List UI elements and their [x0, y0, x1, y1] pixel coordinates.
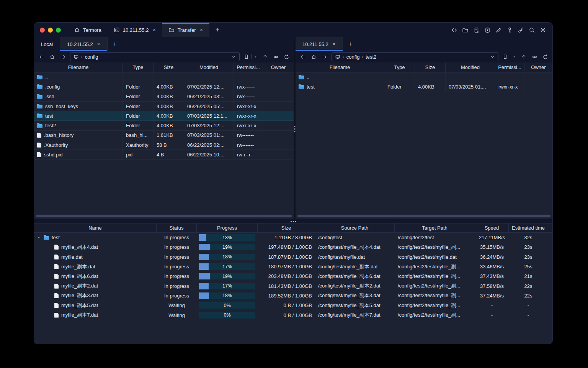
pencil-button[interactable] — [495, 26, 502, 33]
column-header[interactable]: Target Path — [395, 223, 475, 232]
column-header[interactable]: Source Path — [315, 223, 395, 232]
transfer-row[interactable]: myfile.datIn progress18%187.87MB / 1.00G… — [34, 252, 552, 262]
table-row[interactable]: .. — [34, 72, 294, 82]
column-header[interactable]: Type — [123, 62, 154, 72]
table-row[interactable]: .configFolder4.00KB07/02/2025 12:...rwx-… — [34, 82, 294, 92]
size-cell: 189.52MB / 1.00GB — [258, 291, 315, 301]
status-cell: In progress — [157, 252, 197, 262]
close-tab-icon[interactable]: ✕ — [332, 42, 336, 47]
column-header[interactable]: Size — [415, 62, 446, 72]
gear-button[interactable] — [539, 26, 546, 33]
eye-button[interactable] — [272, 53, 279, 60]
keychain-button[interactable] — [517, 26, 524, 33]
column-header[interactable]: Estimated time — [509, 223, 548, 232]
column-header[interactable]: Filename — [296, 62, 384, 72]
arrow-right-button[interactable] — [321, 53, 328, 60]
breadcrumb-segment[interactable]: test2 — [366, 54, 376, 60]
new-panel-tab-button[interactable]: + — [108, 37, 122, 51]
column-header[interactable]: Owner — [263, 62, 294, 72]
column-header[interactable]: Filename — [34, 62, 123, 72]
column-header[interactable]: Status — [157, 223, 197, 232]
arrow-right-button[interactable] — [59, 53, 66, 60]
column-header[interactable]: Permissi... — [495, 62, 524, 72]
transfer-row[interactable]: myfile_副本2.datIn progress17%181.43MB / 1… — [34, 281, 552, 291]
type-cell — [123, 72, 154, 82]
folder-button[interactable] — [462, 26, 469, 33]
panel-tab-local[interactable]: Local — [34, 37, 60, 51]
transfer-name: myfile_副本.dat — [61, 263, 95, 270]
key-button[interactable] — [506, 26, 513, 33]
table-row[interactable]: test2Folder4.00KB07/03/2025 12:...rwxr-x… — [34, 121, 294, 130]
table-row[interactable]: .. — [296, 72, 552, 82]
horizontal-splitter[interactable] — [34, 219, 552, 223]
path-field-right[interactable]: ›config›test2 — [332, 52, 498, 61]
minimize-window-button[interactable] — [48, 28, 53, 33]
column-header[interactable]: Size — [258, 223, 315, 232]
home-button[interactable] — [310, 53, 317, 60]
close-tab-icon[interactable]: ✕ — [200, 28, 203, 33]
log-button[interactable] — [473, 26, 480, 33]
titlebar-tab-transfer[interactable]: Transfer✕ — [162, 23, 209, 37]
column-header[interactable]: Speed — [475, 223, 509, 232]
refresh-button[interactable] — [542, 53, 549, 60]
close-tab-icon[interactable]: ✕ — [152, 28, 156, 33]
close-window-button[interactable] — [40, 28, 45, 33]
panel-tab-10-211-55-2[interactable]: 10.211.55.2✕ — [60, 37, 108, 51]
bookmark-icon[interactable] — [243, 54, 249, 60]
zoom-window-button[interactable] — [56, 28, 61, 33]
refresh-button[interactable] — [283, 53, 290, 60]
table-row[interactable]: .XauthorityXauthority58 B06/22/2025 02:.… — [34, 140, 294, 150]
search-button[interactable] — [528, 26, 535, 33]
table-row[interactable]: testFolder4.00KB07/03/2025 01:...rwxr-xr… — [296, 82, 552, 92]
home-button[interactable] — [49, 53, 56, 60]
close-tab-icon[interactable]: ✕ — [97, 42, 100, 47]
transfer-row[interactable]: testIn progress13%1.11GB / 8.00GB/config… — [34, 233, 552, 242]
column-header[interactable]: Size — [154, 62, 184, 72]
column-header[interactable]: Progress — [197, 223, 258, 232]
source-path-cell: /config/test/myfile_副本5.dat — [315, 301, 395, 310]
breadcrumb-segment[interactable]: config — [346, 54, 360, 60]
filename: .ssh — [45, 94, 54, 99]
column-header[interactable]: Type — [384, 62, 415, 72]
new-panel-tab-button[interactable]: + — [343, 37, 358, 51]
horizontal-scrollbar[interactable] — [36, 215, 292, 217]
column-header[interactable]: Modified — [184, 62, 234, 72]
column-header[interactable]: Modified — [446, 62, 495, 72]
column-header[interactable]: Owner — [524, 62, 552, 72]
arrow-left-button[interactable] — [38, 53, 45, 60]
path-field-left[interactable]: ›config — [70, 52, 240, 61]
caret-down-icon[interactable] — [253, 55, 258, 59]
panel-tab-10-211-55-2[interactable]: 10.211.55.2✕ — [296, 37, 343, 51]
modified-cell: 06/22/2025 02:... — [184, 140, 234, 150]
chevron-down-icon[interactable] — [231, 54, 236, 59]
chevron-down-icon[interactable] — [36, 235, 41, 240]
arrow-up-button[interactable] — [520, 53, 527, 60]
transfer-row[interactable]: myfile_副本.datIn progress17%180.97MB / 1.… — [34, 262, 552, 271]
transfer-row[interactable]: myfile_副本3.datIn progress18%189.52MB / 1… — [34, 291, 552, 301]
table-row[interactable]: .bash_historybash_hi...1.61KB07/03/2025 … — [34, 131, 294, 140]
transfer-row[interactable]: myfile_副本5.datWaiting0%0 B / 1.00GB/conf… — [34, 301, 552, 310]
eye-button[interactable] — [531, 53, 538, 60]
bookmark-icon[interactable] — [502, 54, 508, 60]
transfer-row[interactable]: myfile_副本4.datIn progress19%197.48MB / 1… — [34, 242, 552, 252]
table-row[interactable]: sshd.pidpid4 B06/22/2025 10:...rw-r--r-- — [34, 150, 294, 159]
titlebar-tab-termora[interactable]: Termora — [68, 23, 108, 37]
code-button[interactable] — [451, 26, 457, 33]
record-button[interactable] — [484, 26, 491, 33]
breadcrumb-segment[interactable]: config — [85, 54, 98, 60]
new-tab-button[interactable]: + — [209, 23, 226, 37]
table-row[interactable]: ssh_host_keysFolder4.00KB06/26/2025 05:.… — [34, 102, 294, 111]
titlebar-tab-10-211-55-2[interactable]: 10.211.55.2✕ — [108, 23, 162, 37]
table-row[interactable]: testFolder4.00KB07/03/2025 12:1...rwxr-x… — [34, 111, 294, 121]
column-header[interactable]: Name — [34, 223, 157, 232]
arrow-left-button[interactable] — [299, 53, 306, 60]
transfer-row[interactable]: myfile_副本6.datIn progress19%203.48MB / 1… — [34, 271, 552, 281]
column-header[interactable]: Permissi... — [234, 62, 263, 72]
horizontal-scrollbar[interactable] — [297, 215, 550, 217]
arrow-up-button[interactable] — [261, 53, 268, 60]
table-row[interactable]: .sshFolder4.00KB06/21/2025 03:...rwx----… — [34, 92, 294, 102]
type-cell: Folder — [123, 121, 154, 130]
caret-down-icon[interactable] — [512, 55, 516, 59]
transfer-row[interactable]: myfile_副本7.datWaiting0%0 B / 1.00GB/conf… — [34, 310, 552, 320]
chevron-down-icon[interactable] — [490, 54, 495, 59]
